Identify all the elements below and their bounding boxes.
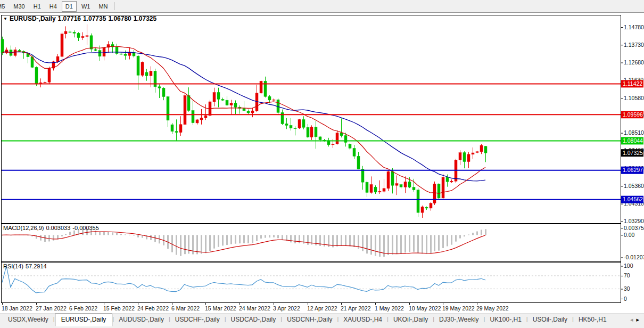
tab-scroll-right-button[interactable]: ▸ xyxy=(634,314,641,325)
symbol-tab-bar: USDX,Weekly|EURUSD-,Daily|AUDUSD-,Daily|… xyxy=(0,313,644,328)
candle-body xyxy=(94,50,97,51)
candle-body xyxy=(69,32,71,32)
candle-body xyxy=(150,71,152,76)
chart-tab-dj30-weekly[interactable]: DJ30-,Weekly xyxy=(434,314,483,325)
candle-body xyxy=(162,88,165,96)
terminal-window: M5M30H1H4D1W1MN 1.147801.137301.126801.1… xyxy=(0,0,644,328)
timeframe-button-H1[interactable]: H1 xyxy=(30,1,45,12)
chart-tab-usdchf-daily[interactable]: USDCHF-,Daily xyxy=(170,314,225,325)
macd-histogram-bar xyxy=(252,235,253,243)
chart-tab-usdcnh-daily[interactable]: USDCNH-,Daily xyxy=(282,314,337,325)
macd-histogram-bar xyxy=(243,235,245,243)
candle-body xyxy=(383,188,385,191)
date-label: 27 Jan 2022 xyxy=(36,305,67,311)
date-label: 24 Feb 2022 xyxy=(137,305,169,311)
candle-body xyxy=(213,93,216,102)
candle-body xyxy=(268,96,271,100)
price-tick-label: 1.12680 xyxy=(624,59,644,65)
date-label: 6 Feb 2022 xyxy=(69,305,97,311)
macd-histogram-bar xyxy=(434,235,435,251)
date-label: 3 Apr 2022 xyxy=(273,305,300,311)
chart-canvas[interactable]: 1.147801.137301.126801.116301.105801.095… xyxy=(0,13,644,313)
candle-body xyxy=(463,153,466,162)
candle-body xyxy=(1,39,4,53)
candle-body xyxy=(285,124,288,126)
macd-histogram-bar xyxy=(235,235,236,243)
macd-histogram-bar xyxy=(82,229,84,235)
macd-histogram-bar xyxy=(154,235,156,242)
macd-histogram-bar xyxy=(226,235,228,245)
macd-histogram-bar xyxy=(180,235,181,256)
candle-body xyxy=(243,108,245,110)
chart-tab-usoil-daily[interactable]: USOil-,Daily xyxy=(528,314,572,325)
macd-histogram-bar xyxy=(375,235,376,256)
macd-histogram-bar xyxy=(205,235,207,253)
candle-body xyxy=(137,56,139,75)
timeframe-button-D1[interactable]: D1 xyxy=(62,1,77,12)
chart-tab-xauusd-h4[interactable]: XAUUSD-,H4 xyxy=(338,314,387,325)
timeframe-button-W1[interactable]: W1 xyxy=(78,1,94,12)
candle-body xyxy=(196,120,199,123)
candle-body xyxy=(115,47,118,54)
candle-body xyxy=(120,54,122,54)
macd-histogram-bar xyxy=(239,235,241,243)
chart-tab-audusd-daily[interactable]: AUDUSD-,Daily xyxy=(114,314,169,325)
candle-body xyxy=(395,184,398,185)
candle-body xyxy=(391,171,394,185)
price-badge-label: 1.11422 xyxy=(623,80,642,87)
candle-body xyxy=(290,125,292,128)
candle-body xyxy=(298,120,301,128)
macd-histogram-bar xyxy=(464,235,465,236)
candle-body xyxy=(86,36,88,37)
price-tick-label: 1.10580 xyxy=(624,95,644,101)
price-tick-label: 1.13730 xyxy=(624,42,644,48)
candle-body xyxy=(145,72,148,76)
chart-tab-uk100-h1[interactable]: UK100-,H1 xyxy=(485,314,526,325)
price-badge-label: 1.04562 xyxy=(623,196,643,202)
macd-histogram-bar xyxy=(129,235,130,235)
candle-body xyxy=(310,127,313,137)
macd-histogram-bar xyxy=(481,229,482,235)
macd-histogram-bar xyxy=(209,235,211,251)
macd-histogram-bar xyxy=(370,235,372,255)
timeframe-button-MN[interactable]: MN xyxy=(95,1,111,12)
candle-body xyxy=(273,100,275,100)
price-badge-label: 1.09596 xyxy=(623,111,643,118)
macd-histogram-bar xyxy=(447,235,448,246)
chart-tab-usdx-weekly[interactable]: USDX,Weekly xyxy=(3,314,53,325)
candle-body xyxy=(472,153,474,154)
macd-histogram-bar xyxy=(112,232,113,235)
chart-tab-ukoil-daily[interactable]: UKOil-,Daily xyxy=(389,314,433,325)
macd-histogram-bar xyxy=(36,235,37,239)
price-badge-label: 1.08044 xyxy=(623,137,643,144)
macd-histogram-bar xyxy=(468,234,469,235)
chart-tab-usdcad-daily[interactable]: USDCAD-,Daily xyxy=(226,314,281,325)
candle-body xyxy=(366,182,368,192)
macd-histogram-bar xyxy=(99,232,101,235)
date-label: 29 May 2022 xyxy=(476,305,509,311)
macd-histogram-bar xyxy=(476,231,478,235)
macd-histogram-bar xyxy=(213,235,215,248)
timeframe-button-M5[interactable]: M5 xyxy=(0,1,9,12)
chart-tab-hk50-h1[interactable]: HK50-,H1 xyxy=(574,314,612,325)
candle-body xyxy=(48,68,51,82)
macd-axis-label: -0.012075 xyxy=(624,254,644,260)
macd-histogram-bar xyxy=(150,235,152,240)
macd-histogram-bar xyxy=(362,235,364,251)
candle-body xyxy=(77,33,80,37)
macd-histogram-bar xyxy=(426,235,427,254)
candle-body xyxy=(154,71,156,86)
candle-body xyxy=(400,185,402,187)
macd-histogram-bar xyxy=(417,235,419,253)
macd-histogram-bar xyxy=(103,232,105,235)
timeframe-button-H4[interactable]: H4 xyxy=(46,1,61,12)
tab-scroll-left-button[interactable]: ◂ xyxy=(629,314,635,325)
candle-body xyxy=(459,153,461,160)
date-label: 21 Apr 2022 xyxy=(341,305,371,311)
candle-body xyxy=(404,182,407,187)
macd-histogram-bar xyxy=(472,233,474,235)
candle-body xyxy=(230,103,233,105)
date-label: 18 Jan 2022 xyxy=(2,305,32,311)
chart-tab-eurusd-daily[interactable]: EURUSD-,Daily xyxy=(55,314,113,326)
timeframe-button-M30[interactable]: M30 xyxy=(10,1,28,12)
